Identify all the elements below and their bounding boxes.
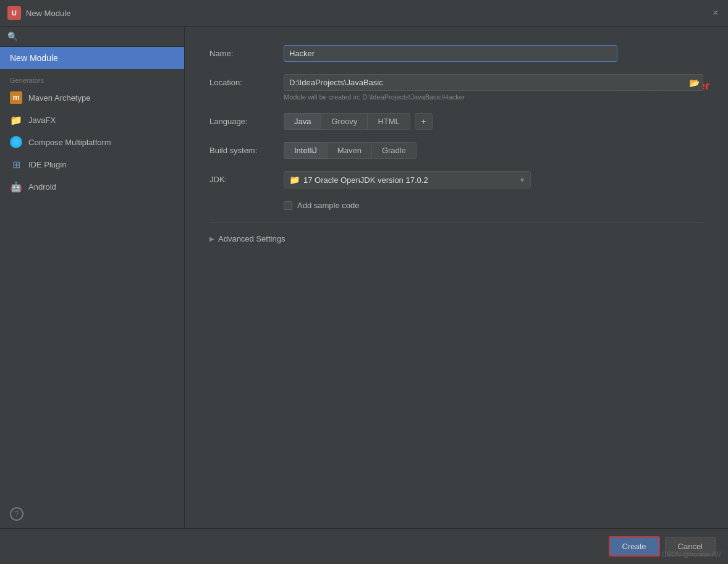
- build-system-row: Build system: IntelliJ Maven Gradle: [210, 142, 703, 159]
- sidebar: 🔍 New Module Generators m Maven Archetyp…: [0, 27, 185, 528]
- compose-icon: [10, 136, 22, 148]
- help-button[interactable]: ?: [10, 507, 23, 521]
- maven-icon: m: [10, 91, 22, 104]
- build-system-button-group: IntelliJ Maven Gradle: [284, 142, 703, 159]
- sidebar-section-generators: Generators: [0, 69, 184, 86]
- language-button-group: Java Groovy HTML: [284, 113, 410, 130]
- divider: [210, 222, 703, 223]
- sidebar-label-compose: Compose Multiplatform: [28, 138, 111, 147]
- language-label: Language:: [210, 113, 284, 126]
- advanced-settings-toggle[interactable]: ▶ Advanced Settings: [210, 229, 703, 248]
- watermark: CSDN @honker707: [662, 550, 722, 558]
- jdk-row: JDK: 📁 17 Oracle OpenJDK version 17.0.2 …: [210, 171, 703, 188]
- module-path-hint: Module will be created in: D:\IdeaProjec…: [284, 93, 703, 101]
- app-icon: U: [7, 6, 21, 20]
- ide-icon: ⊞: [12, 159, 20, 170]
- name-label: Name:: [210, 45, 284, 58]
- language-java-btn[interactable]: Java: [284, 113, 321, 130]
- sidebar-search-area: 🔍: [0, 27, 184, 47]
- jdk-dropdown[interactable]: 📁 17 Oracle OpenJDK version 17.0.2 ▼: [284, 171, 531, 188]
- dialog-window: U New Module × 🔍 New Module Generators: [0, 0, 728, 564]
- jdk-folder-icon: 📁: [289, 175, 300, 185]
- language-row: Language: Java Groovy HTML +: [210, 113, 703, 130]
- sidebar-item-maven-archetype[interactable]: m Maven Archetype: [0, 86, 184, 109]
- sample-code-label: Add sample code: [297, 201, 359, 210]
- location-row: Location: 📂 Module will be created in: D…: [210, 74, 703, 101]
- language-html-btn[interactable]: HTML: [367, 113, 410, 130]
- build-gradle-btn[interactable]: Gradle: [371, 142, 417, 159]
- location-input-wrap: 📂: [284, 74, 703, 91]
- chevron-right-icon: ▶: [210, 235, 214, 242]
- sidebar-item-compose[interactable]: Compose Multiplatform: [0, 131, 184, 153]
- sidebar-item-android[interactable]: 🤖 Android: [0, 175, 184, 198]
- chevron-down-icon: ▼: [519, 177, 525, 183]
- sidebar-item-ide-plugin[interactable]: ⊞ IDE Plugin: [0, 153, 184, 175]
- folder-icon: 📁: [10, 114, 22, 126]
- language-groovy-btn[interactable]: Groovy: [321, 113, 368, 130]
- sidebar-help: ?: [0, 500, 184, 528]
- build-maven-btn[interactable]: Maven: [327, 142, 372, 159]
- jdk-value: 17 Oracle OpenJDK version 17.0.2: [303, 175, 515, 185]
- name-row: Name: 模块名称：Hacker: [210, 45, 703, 62]
- sidebar-item-javafx[interactable]: 📁 JavaFX: [0, 109, 184, 131]
- sidebar-item-new-module[interactable]: New Module: [0, 47, 184, 69]
- sidebar-label-maven: Maven Archetype: [28, 93, 90, 103]
- create-button[interactable]: Create: [609, 536, 660, 557]
- search-input[interactable]: [22, 32, 177, 41]
- add-language-button[interactable]: +: [415, 113, 433, 130]
- title-bar: U New Module ×: [0, 0, 728, 27]
- sample-code-row: Add sample code: [284, 201, 703, 210]
- advanced-settings-label: Advanced Settings: [218, 234, 285, 243]
- language-options: Java Groovy HTML +: [284, 113, 703, 130]
- location-label: Location:: [210, 74, 284, 87]
- dialog-title: New Module: [26, 9, 711, 18]
- android-icon: 🤖: [10, 181, 22, 193]
- close-button[interactable]: ×: [711, 8, 721, 18]
- build-intellij-btn[interactable]: IntelliJ: [284, 142, 328, 159]
- search-icon: 🔍: [7, 32, 18, 41]
- sidebar-label-javafx: JavaFX: [28, 116, 56, 125]
- browse-folder-button[interactable]: 📂: [689, 78, 700, 88]
- build-system-label: Build system:: [210, 142, 284, 155]
- bottom-bar: Create Cancel: [0, 528, 728, 564]
- sample-code-checkbox[interactable]: [284, 201, 292, 210]
- main-area: 🔍 New Module Generators m Maven Archetyp…: [0, 27, 728, 528]
- sidebar-label-android: Android: [28, 182, 56, 192]
- content-area: Name: 模块名称：Hacker Location: 📂 Module wil…: [185, 27, 728, 528]
- location-input[interactable]: [284, 74, 703, 91]
- sidebar-label-ide: IDE Plugin: [28, 160, 66, 169]
- jdk-label: JDK:: [210, 171, 284, 184]
- name-input[interactable]: [284, 45, 617, 62]
